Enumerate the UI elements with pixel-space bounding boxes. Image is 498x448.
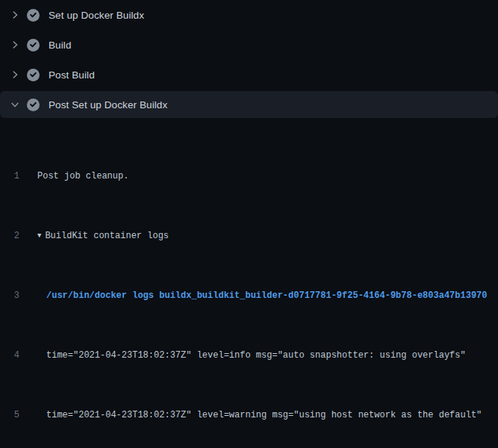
line-number[interactable]: 5 [0, 408, 19, 423]
log-text: time="2021-04-23T18:02:37Z" level=warnin… [19, 408, 482, 423]
log-output: 1 Post job cleanup. 2 ▼BuildKit containe… [0, 119, 498, 448]
step-row-post-set-up-docker-buildx[interactable]: Post Set up Docker Buildx [0, 91, 498, 118]
success-check-icon [27, 9, 40, 22]
log-command-text: /usr/bin/docker logs buildx_buildkit_bui… [19, 288, 488, 303]
log-group-toggle[interactable]: ▼BuildKit container logs [19, 228, 169, 243]
line-number[interactable]: 3 [0, 288, 19, 303]
line-number[interactable]: 4 [0, 348, 19, 363]
success-check-icon [27, 99, 40, 111]
line-number[interactable]: 1 [0, 169, 19, 184]
chevron-right-icon [9, 39, 21, 51]
log-line: 3 /usr/bin/docker logs buildx_buildkit_b… [0, 288, 498, 303]
line-number[interactable]: 2 [0, 228, 19, 243]
success-check-icon [27, 69, 40, 81]
log-text: Post job cleanup. [19, 169, 128, 184]
step-label: Post Set up Docker Buildx [49, 99, 167, 111]
chevron-down-icon [9, 99, 21, 111]
step-row-build[interactable]: Build [0, 30, 498, 60]
log-group-title: BuildKit container logs [45, 231, 169, 241]
log-text: time="2021-04-23T18:02:37Z" level=info m… [19, 348, 466, 363]
step-list: Set up Docker Buildx Build Post Build Po… [0, 0, 498, 118]
triangle-down-icon: ▼ [37, 228, 41, 243]
step-label: Post Build [49, 69, 95, 81]
success-check-icon [27, 39, 40, 52]
chevron-right-icon [9, 69, 21, 81]
log-group-header: 2 ▼BuildKit container logs [0, 228, 498, 243]
step-label: Build [49, 40, 72, 51]
step-row-post-build[interactable]: Post Build [0, 60, 498, 90]
log-line: 5 time="2021-04-23T18:02:37Z" level=warn… [0, 408, 498, 423]
step-label: Set up Docker Buildx [49, 10, 144, 21]
log-line: 4 time="2021-04-23T18:02:37Z" level=info… [0, 348, 498, 363]
chevron-right-icon [9, 9, 21, 21]
log-line: 1 Post job cleanup. [0, 169, 498, 184]
step-row-set-up-docker-buildx[interactable]: Set up Docker Buildx [0, 0, 498, 30]
